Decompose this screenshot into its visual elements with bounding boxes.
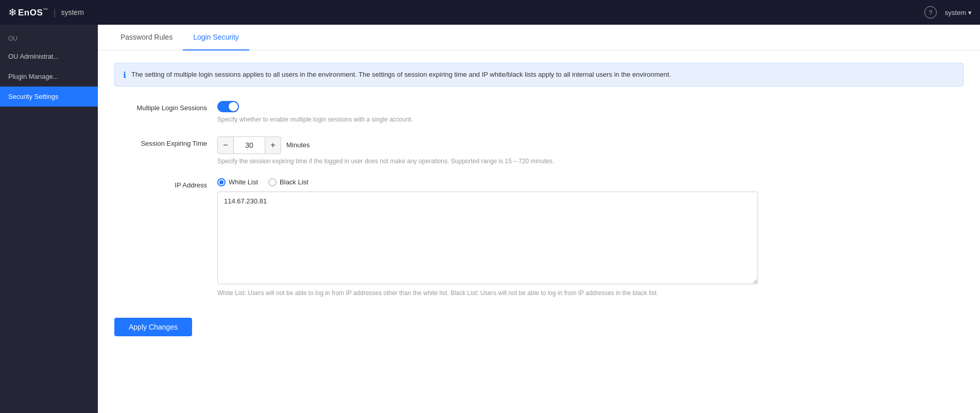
session-unit: Minutes: [286, 141, 310, 149]
logo-icon: ❄: [8, 6, 17, 19]
user-menu[interactable]: system ▾: [945, 9, 972, 16]
main-layout: OU OU Administrat... Plugin Manage... Se…: [0, 25, 980, 413]
sidebar-item-ou-admin[interactable]: OU Administrat...: [0, 46, 98, 66]
session-expiring-control: − + Minutes Specify the session expiring…: [217, 136, 964, 166]
apply-changes-button[interactable]: Apply Changes: [114, 318, 192, 336]
session-expiring-hint: Specify the session expiring time if the…: [217, 157, 964, 166]
logo-text: EnOS™: [18, 7, 48, 18]
multiple-login-label: Multiple Login Sessions: [114, 101, 217, 112]
help-icon: ?: [929, 9, 932, 16]
whitelist-radio-label: White List: [229, 178, 258, 186]
info-banner: ℹ The setting of multiple login sessions…: [114, 63, 964, 87]
session-expiring-label: Session Expiring Time: [114, 136, 217, 147]
sidebar-item-security-settings[interactable]: Security Settings: [0, 87, 98, 107]
topbar: ❄ EnOS™ | system ? system ▾: [0, 0, 980, 25]
tabs-bar: Password Rules Login Security: [98, 25, 980, 50]
multiple-login-row: Multiple Login Sessions Specify whether …: [114, 101, 964, 124]
ou-label: OU: [0, 33, 98, 46]
whitelist-radio-circle: [217, 178, 226, 186]
topbar-divider: |: [54, 7, 56, 18]
toggle-track: [217, 101, 239, 112]
ip-hint: White List: Users will not be able to lo…: [217, 289, 964, 298]
multiple-login-control: Specify whether to enable multiple login…: [217, 101, 964, 124]
ip-address-control: White List Black List 114.67.230.81 Whit…: [217, 178, 964, 298]
info-icon: ℹ: [123, 70, 126, 80]
ip-textarea[interactable]: 114.67.230.81: [217, 192, 758, 284]
toggle-wrapper: [217, 101, 964, 112]
blacklist-radio-item[interactable]: Black List: [268, 178, 308, 186]
decrement-button[interactable]: −: [217, 136, 234, 154]
ip-address-label: IP Address: [114, 178, 217, 189]
whitelist-radio-item[interactable]: White List: [217, 178, 258, 186]
content-body: ℹ The setting of multiple login sessions…: [98, 50, 980, 349]
content-area: Password Rules Login Security ℹ The sett…: [98, 25, 980, 413]
number-input-group: − + Minutes: [217, 136, 964, 154]
tab-password-rules[interactable]: Password Rules: [110, 25, 183, 50]
blacklist-radio-label: Black List: [280, 178, 308, 186]
ip-address-row: IP Address White List Black List 114.67.…: [114, 178, 964, 298]
info-text: The setting of multiple login sessions a…: [131, 70, 671, 80]
sidebar: OU OU Administrat... Plugin Manage... Se…: [0, 25, 98, 413]
toggle-thumb: [229, 102, 238, 111]
multiple-login-hint: Specify whether to enable multiple login…: [217, 115, 964, 124]
topbar-right: ? system ▾: [924, 6, 972, 19]
chevron-down-icon: ▾: [968, 9, 972, 16]
user-label: system: [945, 9, 966, 16]
session-expiring-input[interactable]: [234, 136, 265, 154]
logo: ❄ EnOS™: [8, 6, 48, 19]
session-expiring-row: Session Expiring Time − + Minutes Specif…: [114, 136, 964, 166]
sidebar-item-plugin-manage[interactable]: Plugin Manage...: [0, 66, 98, 87]
topbar-system-label: system: [61, 8, 83, 16]
increment-button[interactable]: +: [265, 136, 281, 154]
blacklist-radio-circle: [268, 178, 277, 186]
multiple-login-toggle[interactable]: [217, 101, 239, 112]
tab-login-security[interactable]: Login Security: [183, 25, 249, 50]
help-button[interactable]: ?: [924, 6, 937, 19]
ip-radio-group: White List Black List: [217, 178, 964, 186]
